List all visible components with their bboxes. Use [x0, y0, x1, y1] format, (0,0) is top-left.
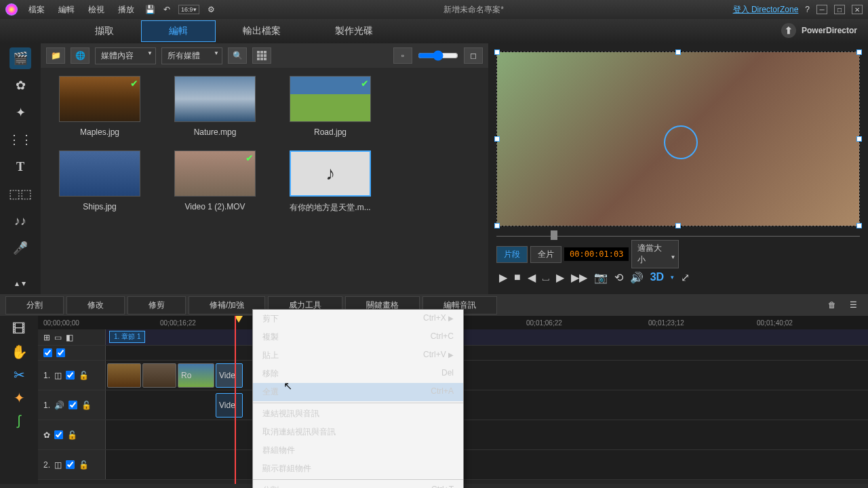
tab-disc[interactable]: 製作光碟 — [308, 21, 400, 41]
lock-icon[interactable]: 🔓 — [67, 430, 77, 440]
filter-dropdown[interactable]: 所有媒體 — [161, 47, 222, 64]
menu-view[interactable]: 檢視 — [85, 3, 107, 17]
fit-dropdown[interactable]: 適當大小 — [631, 240, 679, 268]
track-visible[interactable] — [68, 401, 77, 409]
track-visible[interactable] — [43, 348, 52, 357]
lock-icon[interactable]: 🔓 — [79, 460, 89, 470]
media-room-icon[interactable]: 🎬 — [9, 47, 31, 69]
view-icon[interactable]: ▭ — [54, 333, 62, 342]
track-enable[interactable] — [56, 348, 65, 357]
wave-tool-icon[interactable]: ∫ — [17, 413, 20, 428]
hand-tool-icon[interactable]: ✋ — [11, 344, 28, 360]
media-label: Ships.jpg — [83, 202, 116, 211]
media-label: 有你的地方是天堂.m... — [290, 202, 370, 214]
upload-icon[interactable]: ⬆ — [781, 23, 796, 38]
timeline-clip[interactable]: Vide — [216, 363, 243, 388]
view-small-icon[interactable]: ▫ — [393, 47, 412, 64]
track-visible[interactable] — [66, 460, 75, 469]
media-item[interactable]: ♪ 有你的地方是天堂.m... — [279, 150, 381, 214]
pip-room-icon[interactable]: ✦ — [9, 102, 31, 123]
timeline-clip[interactable] — [142, 363, 176, 388]
snapshot-icon[interactable]: 📷 — [594, 271, 608, 284]
menu-play[interactable]: 播放 — [115, 3, 137, 17]
preview-viewport[interactable] — [496, 52, 860, 226]
playhead[interactable] — [235, 316, 236, 484]
tab-capture[interactable]: 擷取 — [68, 21, 141, 41]
media-item[interactable]: ✔ Road.jpg — [279, 76, 381, 137]
search-icon[interactable]: 🔍 — [228, 47, 247, 64]
tl-tab-modify[interactable]: 修改 — [66, 296, 125, 314]
minimize-icon[interactable]: ─ — [816, 5, 827, 14]
magic-tool-icon[interactable]: ✦ — [14, 390, 25, 406]
download-icon[interactable]: 🌐 — [71, 47, 90, 64]
movie-icon[interactable]: 🎞 — [12, 321, 26, 337]
play-icon[interactable]: ▶ — [499, 271, 507, 284]
chapter-marker[interactable]: 1. 章節 1 — [109, 331, 145, 343]
prev-frame-icon[interactable]: ◀ — [528, 271, 536, 284]
timeline-clip[interactable]: Ro — [178, 363, 214, 388]
fx-track-icon: ✿ — [43, 430, 50, 440]
main-tabs: 擷取 編輯 輸出檔案 製作光碟 — [0, 19, 868, 43]
effect-room-icon[interactable]: ✿ — [9, 75, 31, 96]
title-room-icon[interactable]: T — [9, 156, 31, 178]
timeline-clip[interactable] — [107, 363, 141, 388]
track-visible[interactable] — [54, 430, 63, 439]
menu-edit[interactable]: 編輯 — [56, 3, 77, 17]
content-dropdown[interactable]: 媒體內容 — [95, 47, 156, 64]
media-item[interactable]: ✔ Maples.jpg — [49, 76, 151, 137]
tab-produce[interactable]: 輸出檔案 — [216, 21, 308, 41]
volume-icon[interactable]: 🔊 — [630, 271, 644, 284]
tl-tab-split[interactable]: 分割 — [5, 296, 64, 314]
lock-icon[interactable]: 🔓 — [81, 401, 92, 410]
tab-edit[interactable]: 編輯 — [141, 20, 216, 42]
collapse-icon[interactable]: ▴ ▾ — [9, 272, 31, 294]
snap-icon[interactable]: ⊞ — [43, 333, 50, 342]
track-visible[interactable] — [66, 371, 75, 380]
lock-icon[interactable]: 🔓 — [79, 371, 89, 380]
undo-icon[interactable]: ↶ — [163, 5, 170, 14]
undock-icon[interactable]: ⤢ — [681, 271, 690, 284]
marker-icon[interactable]: ◧ — [66, 333, 73, 342]
media-label: Nature.mpg — [194, 127, 237, 137]
tl-tab-trim[interactable]: 修剪 — [127, 296, 186, 314]
menu-file[interactable]: 檔案 — [26, 3, 47, 17]
movie-mode-button[interactable]: 全片 — [530, 246, 561, 263]
grid-view-icon[interactable] — [252, 47, 271, 64]
loop-icon[interactable]: ⟲ — [614, 271, 623, 284]
audio-room-icon[interactable]: ♪♪ — [9, 210, 31, 232]
media-item[interactable]: Ships.jpg — [49, 150, 151, 214]
3d-button[interactable]: 3D — [650, 271, 664, 283]
maximize-icon[interactable]: □ — [834, 5, 845, 14]
delete-icon[interactable]: 🗑 — [823, 298, 842, 312]
media-item[interactable]: ✔ Video 1 (2).MOV — [164, 150, 266, 214]
clip-mode-button[interactable]: 片段 — [496, 246, 528, 263]
particle-room-icon[interactable]: ⋮⋮ — [9, 129, 31, 150]
media-label: Video 1 (2).MOV — [184, 202, 245, 211]
mark-in-icon[interactable]: ⎵ — [542, 271, 549, 283]
settings-icon[interactable]: ⚙ — [208, 5, 215, 14]
zoom-slider[interactable] — [418, 50, 458, 61]
media-item[interactable]: Nature.mpg — [164, 76, 266, 137]
ratio-icon[interactable]: 16:9▾ — [178, 5, 199, 14]
more-icon[interactable]: ☰ — [844, 298, 863, 312]
save-icon[interactable]: 💾 — [145, 5, 155, 14]
stop-icon[interactable]: ■ — [514, 271, 521, 283]
next-frame-icon[interactable]: ▶▶ — [571, 271, 587, 284]
cm-cut[interactable]: 剪下Ctrl+X ▶ — [253, 310, 463, 328]
timecode[interactable]: 00:00:01:03 — [564, 247, 629, 261]
timeline-clip[interactable]: Vide — [216, 393, 243, 418]
view-large-icon[interactable]: ◻ — [464, 47, 483, 64]
cut-tool-icon[interactable]: ✂ — [14, 367, 25, 383]
help-icon[interactable]: ? — [805, 5, 810, 14]
voice-room-icon[interactable]: 🎤 — [9, 237, 31, 259]
import-folder-icon[interactable]: 📁 — [46, 47, 65, 64]
cm-copy[interactable]: 複製Ctrl+C — [253, 328, 463, 346]
cm-unlink[interactable]: 取消連結視訊與音訊 — [253, 423, 463, 441]
cm-split[interactable]: 分割Ctrl+T — [253, 481, 463, 488]
check-icon: ✔ — [361, 78, 369, 89]
transition-room-icon[interactable]: ⬚⬚ — [9, 183, 31, 205]
close-icon[interactable]: ✕ — [852, 5, 863, 14]
video-track-icon: ◫ — [54, 371, 62, 380]
signin-link[interactable]: 登入 DirectorZone — [733, 4, 799, 16]
fast-play-icon[interactable]: ▶ — [556, 271, 564, 284]
